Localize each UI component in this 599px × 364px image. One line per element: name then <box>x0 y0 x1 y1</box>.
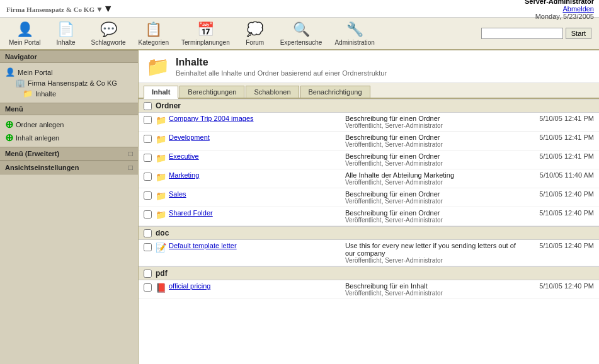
administration-icon: 🔧 <box>346 21 363 38</box>
item-desc-col: Use this for every new letter if you sen… <box>345 242 518 264</box>
sidebar-menu: ⊕ Ordner anlegen ⊕ Inhalt anlegen <box>0 115 138 147</box>
table-row: 📁 Shared Folder Beschreibung für einen O… <box>139 207 599 226</box>
item-checkbox[interactable] <box>144 283 152 292</box>
section-ordner: Ordner <box>139 99 599 113</box>
mein-portal-icon: 👤 <box>16 21 33 38</box>
toolbar-kategorien[interactable]: 📋 Kategorien <box>132 20 175 47</box>
logout-link[interactable]: Abmelden <box>525 5 594 13</box>
section-pdf-title: pdf <box>156 269 168 278</box>
item-meta: Veröffentlicht, Server-Administrator <box>345 290 518 297</box>
toolbar-inhalte[interactable]: 📄 Inhalte <box>47 20 85 47</box>
folder-icon: 📁 <box>156 191 166 201</box>
item-name-col: Marketing <box>169 171 345 179</box>
item-checkbox[interactable] <box>144 191 152 200</box>
firma-nav-label: Firma Hansenspatz & Co KG <box>28 79 117 87</box>
tab-schablonen[interactable]: Schablonen <box>246 86 299 98</box>
section-ordner-checkbox[interactable] <box>144 102 152 110</box>
item-desc: Beschreibung für ein Inhalt <box>345 282 518 290</box>
content-title: Inhalte <box>176 57 387 68</box>
ansichtseinstellungen-header[interactable]: Ansichtseinstellungen □ <box>0 161 138 174</box>
item-date: 5/10/05 12:40 PM <box>518 242 594 249</box>
mein-portal-nav-label: Mein Portal <box>18 69 53 76</box>
ansichtseinstellungen-label: Ansichtseinstellungen <box>5 164 79 171</box>
menu-erweitert-header[interactable]: Menü (Erweitert) □ <box>0 147 138 161</box>
sidebar-item-inhalte[interactable]: 📁 Inhalte <box>5 88 133 99</box>
item-name-link[interactable]: Default template letter <box>169 242 237 249</box>
item-name-col: Shared Folder <box>169 209 345 217</box>
header-arrow[interactable]: ▼ <box>96 5 103 14</box>
item-name-link[interactable]: Sales <box>169 190 186 198</box>
item-checkbox[interactable] <box>144 173 152 181</box>
ordner-anlegen-icon: ⊕ <box>5 118 13 130</box>
menu-erweitert-expand-icon: □ <box>128 149 133 158</box>
inhalt-anlegen-item[interactable]: ⊕ Inhalt anlegen <box>5 131 133 144</box>
item-date: 5/10/05 12:41 PM <box>518 134 594 141</box>
sidebar-item-mein-portal[interactable]: 👤 Mein Portal <box>5 67 133 77</box>
table-row: 📝 Default template letter Use this for e… <box>139 240 599 266</box>
item-desc: Beschreibung für einen Ordner <box>345 134 518 141</box>
tabs-bar: Inhalt Berechtigungen Schablonen Benachr… <box>139 83 599 99</box>
item-meta: Veröffentlicht, Server-Administrator <box>345 141 518 148</box>
mein-portal-label: Mein Portal <box>9 39 41 46</box>
tab-inhalt[interactable]: Inhalt <box>144 86 178 99</box>
folder-icon: 📁 <box>156 210 166 220</box>
expertensuche-label: Expertensuche <box>280 39 322 46</box>
forum-icon: 💭 <box>246 21 263 38</box>
toolbar-search: Start <box>481 28 596 39</box>
item-checkbox[interactable] <box>144 116 152 124</box>
section-pdf: pdf <box>139 266 599 280</box>
folder-icon: 📁 <box>156 134 166 144</box>
table-row: 📕 official pricing Beschreibung für ein … <box>139 280 599 299</box>
item-name-link[interactable]: Executive <box>169 152 199 160</box>
mein-portal-nav-icon: 👤 <box>5 67 15 77</box>
toolbar-expertensuche[interactable]: 🔍 Expertensuche <box>274 20 329 47</box>
content-subtitle: Beinhaltet alle Inhalte und Ordner basie… <box>176 69 387 77</box>
item-date: 5/10/05 12:40 PM <box>518 190 594 198</box>
expertensuche-icon: 🔍 <box>293 21 310 38</box>
item-checkbox[interactable] <box>144 210 152 219</box>
item-name-col: Company Trip 2004 images <box>169 115 345 122</box>
schlagworte-label: Schlagworte <box>91 39 126 46</box>
item-meta: Veröffentlicht, Server-Administrator <box>345 257 518 264</box>
toolbar-mein-portal[interactable]: 👤 Mein Portal <box>3 20 47 47</box>
toolbar-administration[interactable]: 🔧 Administration <box>328 20 380 47</box>
toolbar-terminplanungen[interactable]: 📅 Terminplanungen <box>175 20 236 47</box>
item-desc: Beschreibung für einen Ordner <box>345 115 518 122</box>
search-button[interactable]: Start <box>566 28 591 39</box>
inhalt-anlegen-icon: ⊕ <box>5 132 13 144</box>
item-name-link[interactable]: Marketing <box>169 171 199 179</box>
item-checkbox[interactable] <box>144 135 152 143</box>
item-desc-col: Beschreibung für ein Inhalt Veröffentlic… <box>345 282 518 297</box>
kategorien-label: Kategorien <box>139 39 169 46</box>
tab-berechtigungen[interactable]: Berechtigungen <box>180 86 244 98</box>
menu-header: Menü <box>0 103 138 115</box>
company-name: Firma Hansenspatz & Co KG <box>6 6 94 13</box>
folder-icon: 📁 <box>156 172 166 182</box>
item-name-link[interactable]: Shared Folder <box>169 209 213 217</box>
item-name-link[interactable]: official pricing <box>169 282 210 290</box>
ordner-anlegen-item[interactable]: ⊕ Ordner anlegen <box>5 118 133 131</box>
item-meta: Veröffentlicht, Server-Administrator <box>345 217 518 224</box>
terminplanungen-label: Terminplanungen <box>181 39 230 46</box>
sidebar-item-firma[interactable]: 🏢 Firma Hansenspatz & Co KG <box>5 77 133 88</box>
firma-nav-icon: 🏢 <box>15 78 25 88</box>
section-doc-checkbox[interactable] <box>144 229 152 237</box>
toolbar-schlagworte[interactable]: 💬 Schlagworte <box>85 20 132 47</box>
item-name-link[interactable]: Company Trip 2004 images <box>169 115 254 122</box>
tab-benachrichtigung[interactable]: Benachrichtigung <box>300 86 370 98</box>
item-checkbox[interactable] <box>144 243 152 251</box>
toolbar-forum[interactable]: 💭 Forum <box>236 20 274 47</box>
sidebar: Navigator 👤 Mein Portal 🏢 Firma Hansensp… <box>0 50 139 364</box>
item-date: 5/10/05 11:40 AM <box>518 171 594 179</box>
search-input[interactable] <box>481 28 563 39</box>
item-name-link[interactable]: Development <box>169 134 210 141</box>
schlagworte-icon: 💬 <box>100 21 117 38</box>
section-pdf-checkbox[interactable] <box>144 270 152 278</box>
item-checkbox[interactable] <box>144 154 152 162</box>
table-row: 📁 Executive Beschreibung für einen Ordne… <box>139 151 599 169</box>
inhalte-nav-label: Inhalte <box>35 90 56 98</box>
item-date: 5/10/05 12:41 PM <box>518 115 594 122</box>
main: Navigator 👤 Mein Portal 🏢 Firma Hansensp… <box>0 50 599 364</box>
content-title-block: Inhalte Beinhaltet alle Inhalte und Ordn… <box>176 57 387 77</box>
pdf-icon: 📕 <box>156 283 166 293</box>
